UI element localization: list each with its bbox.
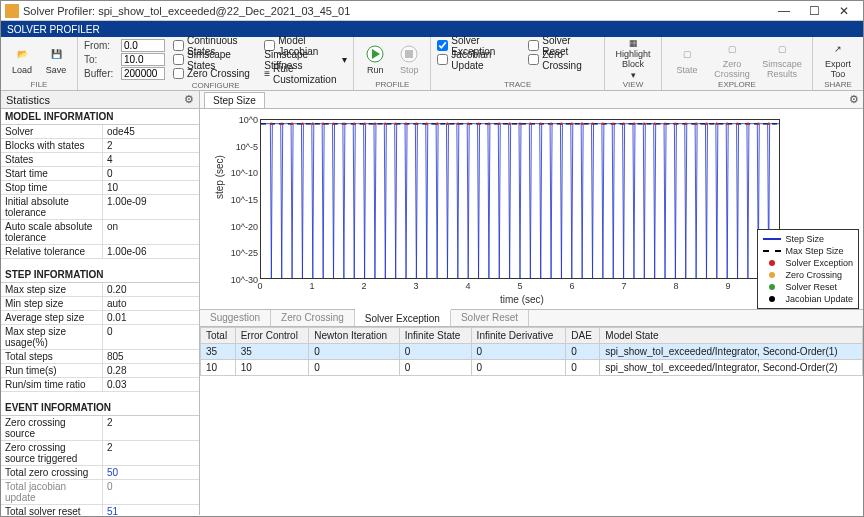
stat-value: 0.01 (103, 311, 199, 324)
stat-row[interactable]: Blocks with states2 (1, 139, 199, 153)
chart-area[interactable]: step (sec) time (sec) 10^010^-510^-1010^… (200, 109, 863, 309)
ribbon: 📂 Load 💾 Save FILE From: To: Buffer: Con… (1, 37, 863, 91)
table-header[interactable]: Infinite Derivative (471, 328, 566, 344)
svg-point-43 (664, 122, 667, 125)
stat-row[interactable]: Average step size0.01 (1, 311, 199, 325)
chart-plot[interactable] (260, 119, 780, 279)
export-label: Export Too (819, 59, 857, 79)
exception-tab[interactable]: Solver Exception (355, 309, 451, 326)
close-button[interactable]: ✕ (829, 2, 859, 20)
simscape-states-checkbox[interactable] (173, 54, 184, 65)
table-header[interactable]: Infinite State (399, 328, 471, 344)
table-header[interactable]: Total (201, 328, 236, 344)
rule-customization-icon: ≡ (264, 68, 270, 79)
exception-table[interactable]: TotalError ControlNewton IterationInfini… (200, 327, 863, 376)
folder-icon: 📂 (12, 44, 32, 64)
table-cell: 0 (566, 360, 600, 376)
stat-row[interactable]: Total steps805 (1, 350, 199, 364)
stat-key: Total zero crossing (1, 466, 103, 479)
stat-row[interactable]: Run/sim time ratio0.03 (1, 378, 199, 392)
chart-ytick: 10^0 (230, 115, 258, 125)
ribbon-tab[interactable]: SOLVER PROFILER (7, 24, 100, 35)
stat-row[interactable]: Zero crossing source triggered2 (1, 441, 199, 466)
exception-tab[interactable]: Suggestion (200, 310, 271, 326)
stop-button[interactable]: Stop (394, 39, 424, 79)
stat-row[interactable]: Total zero crossing50 (1, 466, 199, 480)
svg-point-52 (757, 122, 760, 125)
to-input[interactable] (121, 53, 165, 66)
trace-solver-reset-checkbox[interactable] (528, 40, 539, 51)
svg-point-30 (529, 122, 532, 125)
trace-zero-crossing-checkbox[interactable] (528, 54, 539, 65)
stat-row[interactable]: Start time0 (1, 167, 199, 181)
table-row[interactable]: 10100000spi_show_tol_exceeded/Integrator… (201, 360, 863, 376)
stat-row[interactable]: Min step sizeauto (1, 297, 199, 311)
stat-row[interactable]: Run time(s)0.28 (1, 364, 199, 378)
svg-point-41 (643, 122, 646, 125)
stat-row[interactable]: Total solver reset51 (1, 505, 199, 515)
save-button[interactable]: 💾 Save (41, 39, 71, 79)
continuous-states-checkbox[interactable] (173, 40, 184, 51)
svg-point-44 (674, 122, 677, 125)
stat-row[interactable]: Initial absolute tolerance1.00e-09 (1, 195, 199, 220)
svg-point-18 (405, 122, 408, 125)
table-header[interactable]: Error Control (235, 328, 309, 344)
stat-row[interactable]: Stop time10 (1, 181, 199, 195)
ribbon-group-explore: ▢State ▢Zero Crossing ▢Simscape Results … (662, 37, 813, 90)
legend-solver-exception: Solver Exception (785, 258, 853, 268)
dropdown-icon[interactable]: ▾ (631, 70, 636, 80)
svg-point-11 (332, 122, 335, 125)
stat-value[interactable]: 51 (103, 505, 199, 515)
exception-tab[interactable]: Zero Crossing (271, 310, 355, 326)
table-header[interactable]: Model State (600, 328, 863, 344)
statistics-body[interactable]: MODEL INFORMATIONSolverode45Blocks with … (1, 109, 199, 515)
export-button[interactable]: ↗ Export Too (819, 39, 857, 79)
table-header[interactable]: DAE (566, 328, 600, 344)
gear-icon[interactable]: ⚙ (184, 93, 194, 106)
highlight-block-button[interactable]: ▦ Highlight Block ▾ (611, 39, 655, 79)
table-header[interactable]: Newton Iteration (309, 328, 399, 344)
svg-point-19 (415, 122, 418, 125)
stat-value: 0.28 (103, 364, 199, 377)
ribbon-group-file: 📂 Load 💾 Save FILE (1, 37, 78, 90)
trace-jacobian-update-checkbox[interactable] (437, 54, 448, 65)
exception-tab[interactable]: Solver Reset (451, 310, 529, 326)
stat-row[interactable]: Zero crossing source2 (1, 416, 199, 441)
svg-point-23 (457, 122, 460, 125)
gear-icon[interactable]: ⚙ (849, 93, 859, 106)
zero-crossing-explore-button[interactable]: ▢Zero Crossing (710, 39, 754, 79)
stat-value[interactable]: 50 (103, 466, 199, 479)
svg-point-40 (633, 122, 636, 125)
load-button[interactable]: 📂 Load (7, 39, 37, 79)
buffer-input[interactable] (121, 67, 165, 80)
stat-row[interactable]: Max step size usage(%)0 (1, 325, 199, 350)
main-area: Statistics ⚙ MODEL INFORMATIONSolverode4… (1, 91, 863, 515)
stat-row[interactable]: States4 (1, 153, 199, 167)
zero-crossing-icon: ▢ (722, 39, 742, 58)
stat-row[interactable]: Solverode45 (1, 125, 199, 139)
tab-step-size[interactable]: Step Size (204, 92, 265, 108)
stat-row[interactable]: Auto scale absolute toleranceon (1, 220, 199, 245)
svg-point-33 (560, 122, 563, 125)
maximize-button[interactable]: ☐ (799, 2, 829, 20)
stat-row[interactable]: Max step size0.20 (1, 283, 199, 297)
legend-solver-reset: Solver Reset (785, 282, 837, 292)
svg-point-38 (612, 122, 615, 125)
from-input[interactable] (121, 39, 165, 52)
chart-ylabel: step (sec) (214, 155, 225, 199)
minimize-button[interactable]: — (769, 2, 799, 20)
table-cell: 0 (399, 344, 471, 360)
svg-point-14 (363, 122, 366, 125)
svg-point-12 (343, 122, 346, 125)
table-row[interactable]: 35350000spi_show_tol_exceeded/Integrator… (201, 344, 863, 360)
simscape-results-button[interactable]: ▢Simscape Results (758, 39, 806, 79)
zero-crossing-checkbox[interactable] (173, 68, 184, 79)
svg-point-17 (394, 122, 397, 125)
run-button[interactable]: Run (360, 39, 390, 79)
export-icon: ↗ (828, 39, 848, 58)
trace-solver-exception-checkbox[interactable] (437, 40, 448, 51)
state-button[interactable]: ▢State (668, 39, 706, 79)
stat-row[interactable]: Total jacobian update0 (1, 480, 199, 505)
svg-point-48 (716, 122, 719, 125)
stat-row[interactable]: Relative tolerance1.00e-06 (1, 245, 199, 259)
